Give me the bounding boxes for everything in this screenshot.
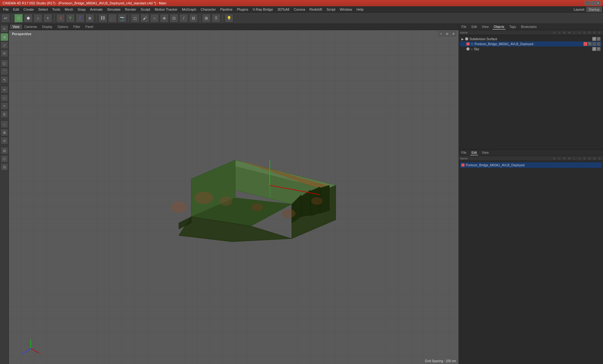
menu-mograph[interactable]: MoGraph xyxy=(180,7,198,12)
circle-tool[interactable]: ○ xyxy=(150,14,159,23)
boole-button[interactable]: ⊡ xyxy=(170,14,178,23)
scale-tool[interactable]: ⤢ xyxy=(1,41,8,49)
video-button[interactable]: 🎥 xyxy=(108,14,117,23)
attr-tab-edit[interactable]: Edit xyxy=(470,150,478,155)
mirror-tool[interactable]: ↕ xyxy=(1,120,8,128)
vp-tab-filter[interactable]: Filter xyxy=(71,24,83,29)
minimize-button[interactable]: ─ xyxy=(585,1,589,5)
viewport-expand-icon[interactable]: ⤢ xyxy=(438,31,443,36)
rotate-z-button[interactable]: Z xyxy=(76,14,84,23)
poly-tool[interactable]: ⬡ xyxy=(1,60,8,67)
knife-tool[interactable]: ✂ xyxy=(1,86,8,94)
main-container: ↖ ⊕ ⤢ ↻ ⬡ ⌒ ✎ ✂ □ ⌖ S ↕ ⊞ ⊙ ⊟ ⬠ ⊡ View C… xyxy=(0,24,603,364)
scene-mode-button[interactable]: ○ xyxy=(34,14,42,23)
menu-select[interactable]: Select xyxy=(36,7,50,12)
obj-item-subdivision-surface[interactable]: ▶ Subdivision Surface ✓ ✓ xyxy=(460,36,602,41)
obj-mgr-tab-bookmarks[interactable]: Bookmarks xyxy=(520,24,538,29)
menu-character[interactable]: Character xyxy=(199,7,218,12)
subdiv-button[interactable]: ⊕ xyxy=(160,14,169,23)
cube-button[interactable]: ◻ xyxy=(131,14,139,23)
menu-motion-tracker[interactable]: Motion Tracker xyxy=(153,7,179,12)
obj-col-headers: Name S V R M L A G D E X xyxy=(459,30,603,35)
attr-tab-view[interactable]: View xyxy=(481,150,490,155)
menu-edit[interactable]: Edit xyxy=(11,7,21,12)
grid-button[interactable]: ⊞ xyxy=(202,14,211,23)
move-tool[interactable]: ⊕ xyxy=(1,33,8,41)
soft-sel-tool[interactable]: S xyxy=(1,110,8,118)
weld-tool[interactable]: ⊙ xyxy=(1,137,8,144)
menu-animate[interactable]: Animate xyxy=(88,7,105,12)
light-button[interactable]: 💡 xyxy=(225,14,233,23)
menu-simulate[interactable]: Simulate xyxy=(105,7,122,12)
menu-mesh[interactable]: Mesh xyxy=(63,7,75,12)
obj-color-subdivision xyxy=(465,37,468,40)
menu-pipeline[interactable]: Pipeline xyxy=(218,7,234,12)
model-mode-button[interactable]: ⬡ xyxy=(14,14,23,23)
obj-item-sky[interactable]: ○ Sky ✓ ✓ xyxy=(460,46,602,51)
menu-file[interactable]: File xyxy=(1,7,11,12)
menu-tools[interactable]: Tools xyxy=(50,7,62,12)
close-button[interactable]: ✕ xyxy=(596,1,600,5)
menu-corona[interactable]: Corona xyxy=(292,7,307,12)
brush-tool[interactable]: ✎ xyxy=(1,76,8,83)
obj-mgr-tab-file[interactable]: File xyxy=(460,24,468,29)
vp-tab-panel[interactable]: Panel xyxy=(83,24,96,29)
paint-deform-tool[interactable]: ⊟ xyxy=(1,147,8,154)
menu-vray[interactable]: V-Ray Bridge xyxy=(251,7,275,12)
spline-tool[interactable]: ⌒ xyxy=(1,68,8,75)
menu-plugins[interactable]: Plugins xyxy=(235,7,250,12)
viewport-layout-icon[interactable]: ⊞ xyxy=(445,31,450,36)
menu-3dtoall[interactable]: 3DToAll xyxy=(275,7,291,12)
restore-button[interactable]: □ xyxy=(590,1,595,5)
menu-redshift[interactable]: Redshift xyxy=(307,7,324,12)
add-object-button[interactable]: + xyxy=(43,14,52,23)
undo-button[interactable]: ↩ xyxy=(1,14,10,23)
menu-sculpt[interactable]: Sculpt xyxy=(139,7,152,12)
attr-name-pontoon: Pontoon_Bridge_M60A1_AVLB_Deployed xyxy=(466,163,524,167)
obj-mgr-tab-tags[interactable]: Tags xyxy=(508,24,517,29)
reel-button[interactable]: 🎞 xyxy=(98,14,107,23)
extrude-button[interactable]: / xyxy=(179,14,188,23)
rotate-x-button[interactable]: X xyxy=(56,14,65,23)
vp-tab-view[interactable]: View xyxy=(10,24,22,29)
viewport[interactable]: Perspective ⤢ ⊞ ⚙ xyxy=(9,30,459,364)
menu-script[interactable]: Script xyxy=(325,7,337,12)
svg-line-36 xyxy=(24,348,31,353)
viewport-icons: ⤢ ⊞ ⚙ xyxy=(438,31,456,36)
smooth-tool[interactable]: ⊡ xyxy=(1,163,8,171)
vp-tab-cameras[interactable]: Cameras xyxy=(22,24,40,29)
viewport-settings-icon[interactable]: ⚙ xyxy=(451,31,456,36)
menu-create[interactable]: Create xyxy=(22,7,36,12)
vp-tab-options[interactable]: Options xyxy=(55,24,71,29)
vp-tab-display[interactable]: Display xyxy=(40,24,55,29)
right-panel: File Edit View Objects Tags Bookmarks Na… xyxy=(459,24,603,364)
transform-button[interactable]: ⊕ xyxy=(85,14,94,23)
object-mode-button[interactable]: ⬟ xyxy=(24,14,33,23)
rotate-y-button[interactable]: Y xyxy=(66,14,75,23)
toolbar-sep-2 xyxy=(54,14,54,22)
obj-mgr-tab-objects[interactable]: Objects xyxy=(492,24,506,29)
obj-mgr-tab-edit[interactable]: Edit xyxy=(470,24,478,29)
menu-render[interactable]: Render xyxy=(123,7,138,12)
layout-selector[interactable]: Startup xyxy=(586,7,602,12)
photo-button[interactable]: 📷 xyxy=(118,14,127,23)
svg-text:Y: Y xyxy=(30,339,32,340)
magnet-tool[interactable]: ⌖ xyxy=(1,102,8,110)
menu-window[interactable]: Window xyxy=(338,7,354,12)
loft-button[interactable]: ⊟ xyxy=(189,14,198,23)
array-tool[interactable]: ⊞ xyxy=(1,129,8,136)
obj-mgr-tab-view[interactable]: View xyxy=(481,24,490,29)
attr-tab-file[interactable]: File xyxy=(460,150,468,155)
obj-item-pontoon-bridge[interactable]: ⬡ Pontoon_Bridge_M60A1_AVLB_Deployed 📎 xyxy=(460,41,602,46)
menu-snap[interactable]: Snap xyxy=(76,7,88,12)
attr-row-pontoon[interactable]: Pontoon_Bridge_M60A1_AVLB_Deployed xyxy=(460,162,602,168)
loop-tool[interactable]: □ xyxy=(1,94,8,102)
obj-name-sky: Sky xyxy=(474,47,479,51)
rotate-tool[interactable]: ↻ xyxy=(1,50,8,57)
dots-button[interactable]: ⠿ xyxy=(212,14,220,23)
menu-help[interactable]: Help xyxy=(355,7,366,12)
toolbar-sep-5 xyxy=(200,14,200,22)
paint-button[interactable]: 🖌 xyxy=(140,14,149,23)
select-tool[interactable]: ↖ xyxy=(1,25,8,33)
sculpt-tool[interactable]: ⬠ xyxy=(1,155,8,163)
